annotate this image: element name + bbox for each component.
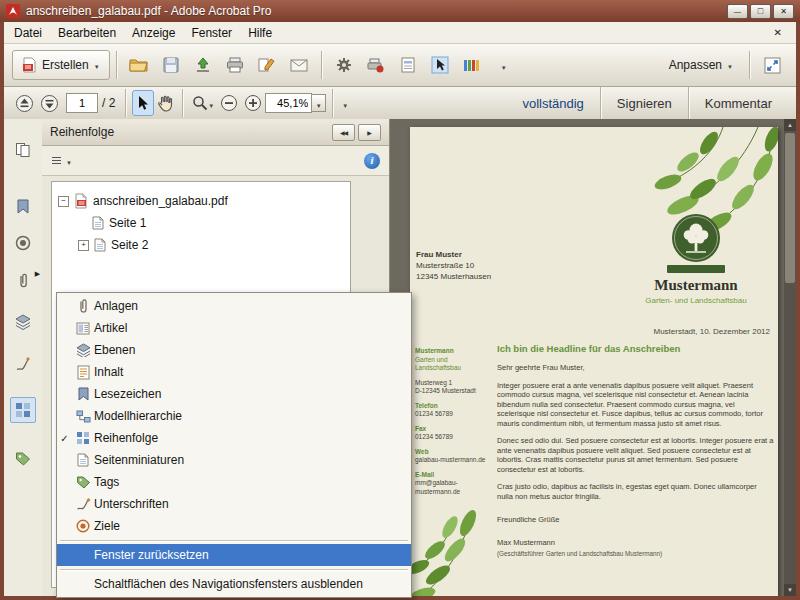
close-button[interactable] [773, 4, 794, 19]
info-company: Mustermann [415, 347, 495, 356]
panel-collapse-arrow[interactable] [33, 267, 42, 281]
context-menu-item-tags[interactable]: Tags [57, 471, 411, 493]
menu-datei[interactable]: Datei [6, 24, 50, 42]
letter-signer-role: (Geschäftsführer Garten und Landschaftsb… [497, 550, 774, 557]
bookmark-icon [17, 199, 29, 214]
context-menu-item-anlagen[interactable]: Anlagen [57, 295, 411, 317]
sidebar-bookmarks-button[interactable] [10, 193, 36, 219]
page-icon [77, 453, 89, 467]
page-number-input[interactable] [66, 93, 98, 113]
create-pdf-icon [22, 57, 37, 73]
sidebar-layers-button[interactable] [10, 309, 36, 335]
create-pdf-button[interactable]: Erstellen [12, 50, 110, 80]
pdf-file-icon [74, 193, 88, 209]
close-document-icon[interactable] [768, 26, 788, 39]
context-menu-label: Modellhierarchie [94, 409, 182, 423]
expand-icon[interactable] [78, 240, 89, 251]
magnifier-icon [192, 95, 208, 111]
forms-button[interactable] [392, 50, 424, 80]
vollstandig-button[interactable]: vollständig [506, 87, 599, 119]
sidebar-order-button[interactable] [10, 397, 36, 423]
tree-row-seite1[interactable]: Seite 1 [92, 212, 344, 234]
toolbar-overflow-button[interactable] [488, 50, 520, 80]
share-upload-button[interactable] [187, 50, 219, 80]
zoom-out-button[interactable] [217, 90, 241, 116]
save-button[interactable] [155, 50, 187, 80]
zoom-in-button[interactable] [241, 90, 265, 116]
panel-options-button[interactable] [51, 153, 72, 168]
next-view-button[interactable] [37, 90, 62, 116]
scroll-up-button[interactable] [784, 119, 796, 131]
menu-fenster[interactable]: Fenster [183, 24, 240, 42]
collapse-icon[interactable] [58, 196, 69, 207]
panel-info-button[interactable] [364, 153, 380, 169]
context-menu-item-ebenen[interactable]: Ebenen [57, 339, 411, 361]
hierarchy-icon [76, 410, 91, 423]
tree-item-label: Seite 1 [109, 216, 146, 230]
view-options-dropdown[interactable] [339, 90, 351, 116]
order-grid-icon [15, 402, 31, 418]
fit-window-button[interactable] [756, 50, 788, 80]
company-name: Mustermann [626, 277, 766, 294]
recipient-city: 12345 Musterhausen [416, 271, 491, 282]
analysis-button[interactable] [456, 50, 488, 80]
context-menu-item-hide-buttons[interactable]: Schaltflächen des Navigationsfensters au… [57, 573, 411, 595]
sidebar-destinations-button[interactable] [10, 230, 36, 256]
panel-next-button[interactable] [358, 124, 381, 141]
select-tool-button[interactable] [132, 90, 154, 116]
menu-hilfe[interactable]: Hilfe [240, 24, 280, 42]
toolbar-separator [116, 51, 117, 79]
tree-root-row[interactable]: anschreiben_galabau.pdf [58, 190, 344, 212]
minimize-button[interactable] [727, 4, 748, 19]
edit-select-button[interactable] [424, 50, 456, 80]
info-phone-label: Telefon [415, 402, 495, 411]
tree-row-seite2[interactable]: Seite 2 [78, 234, 344, 256]
sign-document-button[interactable] [251, 50, 283, 80]
sidebar-pages-button[interactable] [10, 137, 36, 163]
layers-icon [76, 343, 91, 357]
scrollbar-thumb[interactable] [785, 133, 795, 283]
marquee-zoom-button[interactable] [189, 90, 217, 116]
print-button[interactable] [219, 50, 251, 80]
context-menu-item-ziele[interactable]: Ziele [57, 515, 411, 537]
context-menu-item-inhalt[interactable]: Inhalt [57, 361, 411, 383]
page-thumbnails-icon [15, 142, 31, 158]
letter-paragraph: Cras justo odio, dapibus ac facilisis in… [497, 482, 774, 501]
maximize-button[interactable] [750, 4, 771, 19]
settings-button[interactable] [328, 50, 360, 80]
kommentar-button[interactable]: Kommentar [689, 87, 788, 119]
zoom-dropdown-button[interactable] [312, 94, 326, 112]
toolbar-separator [125, 89, 126, 117]
open-file-button[interactable] [123, 50, 155, 80]
context-menu-item-seitenminiaturen[interactable]: Seitenminiaturen [57, 449, 411, 471]
vertical-scrollbar[interactable] [784, 119, 796, 596]
context-menu-item-reihenfolge[interactable]: Reihenfolge [57, 427, 411, 449]
scroll-down-button[interactable] [784, 584, 796, 596]
paperclip-icon [78, 298, 89, 314]
info-email: mm@galabau-mustermann.de [415, 479, 495, 496]
signieren-button[interactable]: Signieren [601, 87, 688, 119]
print-production-button[interactable] [360, 50, 392, 80]
chevron-down-icon [208, 96, 214, 111]
previous-view-button[interactable] [12, 90, 37, 116]
toolbar-separator [749, 51, 750, 79]
anpassen-dropdown[interactable]: Anpassen [659, 52, 743, 78]
menu-bearbeiten[interactable]: Bearbeiten [50, 24, 124, 42]
context-menu-item-artikel[interactable]: Artikel [57, 317, 411, 339]
context-menu-item-lesezeichen[interactable]: Lesezeichen [57, 383, 411, 405]
menu-anzeige[interactable]: Anzeige [124, 24, 183, 42]
panel-previous-button[interactable] [332, 124, 355, 141]
hand-tool-button[interactable] [154, 90, 176, 116]
letter-salutation: Sehr geehrte Frau Muster, [497, 363, 774, 373]
floppy-icon [163, 57, 179, 73]
tag-icon [76, 475, 91, 489]
sidebar-tags-button[interactable] [10, 445, 36, 471]
context-menu-label: Reihenfolge [94, 431, 158, 445]
context-menu-item-reset-panels[interactable]: Fenster zurücksetzen [57, 544, 411, 566]
sidebar-signatures-button[interactable] [10, 351, 36, 377]
context-menu-item-unterschriften[interactable]: Unterschriften [57, 493, 411, 515]
letter-info-column: Mustermann Garten und Landschaftsbau Mus… [415, 347, 495, 496]
zoom-level-input[interactable] [265, 93, 312, 113]
email-button[interactable] [283, 50, 315, 80]
context-menu-item-modellhierarchie[interactable]: Modellhierarchie [57, 405, 411, 427]
